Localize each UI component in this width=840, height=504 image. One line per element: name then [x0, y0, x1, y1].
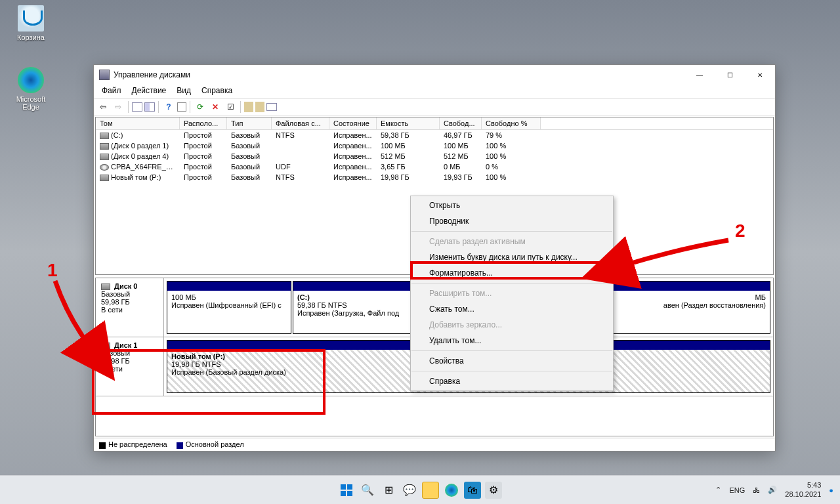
- context-menu: Открыть Проводник Сделать раздел активны…: [410, 196, 614, 391]
- ctx-mirror: Добавить зеркало...: [411, 317, 613, 333]
- explorer-button[interactable]: [422, 482, 439, 499]
- close-button[interactable]: ✕: [745, 65, 775, 85]
- tb-icon[interactable]: [177, 102, 186, 112]
- ctx-format[interactable]: Форматировать...: [411, 265, 613, 281]
- app-icon: [99, 70, 110, 80]
- svg-rect-1: [347, 484, 352, 490]
- annotation-arrow-2: [617, 236, 735, 278]
- recycle-icon: [18, 5, 44, 32]
- tb-icon[interactable]: [244, 102, 253, 112]
- tb-icon[interactable]: [144, 102, 155, 112]
- menu-view[interactable]: Вид: [171, 85, 196, 98]
- ctx-open[interactable]: Открыть: [411, 198, 613, 213]
- search-button[interactable]: 🔍: [359, 482, 376, 499]
- window-title: Управление дисками: [114, 70, 684, 79]
- edge-label: Microsoft Edge: [9, 95, 52, 111]
- col-volume[interactable]: Том: [96, 117, 180, 129]
- col-type[interactable]: Тип: [227, 117, 272, 129]
- svg-rect-0: [341, 484, 346, 490]
- chat-button[interactable]: 💬: [401, 482, 418, 499]
- tb-icon[interactable]: [132, 102, 142, 112]
- recycle-label: Корзина: [9, 33, 52, 41]
- tray-clock[interactable]: 5:43 28.10.2021: [785, 481, 821, 498]
- svg-rect-2: [341, 491, 346, 496]
- ctx-shrink[interactable]: Сжать том...: [411, 301, 613, 317]
- col-capacity[interactable]: Емкость: [377, 117, 440, 129]
- col-fs[interactable]: Файловая с...: [272, 117, 329, 129]
- forward-button[interactable]: ⇨: [112, 100, 125, 114]
- taskbar-tray: ⌃ ENG 🖧 🔊 5:43 28.10.2021 ●: [715, 481, 833, 498]
- menu-file[interactable]: Файл: [96, 85, 127, 98]
- minimize-button[interactable]: —: [684, 65, 715, 85]
- ctx-make-active: Сделать раздел активным: [411, 234, 613, 249]
- taskbar[interactable]: 🔍 ⊞ 💬 🛍 ⚙ ⌃ ENG 🖧 🔊 5:43 28.10.2021 ●: [0, 475, 840, 504]
- annotation-number-2: 2: [735, 220, 746, 242]
- refresh-icon[interactable]: ⟳: [194, 100, 207, 114]
- desktop-edge[interactable]: Microsoft Edge: [9, 67, 52, 111]
- ctx-extend: Расширить том...: [411, 285, 613, 301]
- diskmgmt-button[interactable]: ⚙: [485, 482, 502, 499]
- menu-help[interactable]: Справка: [196, 85, 238, 98]
- start-button[interactable]: [338, 482, 355, 499]
- volume-row[interactable]: CPBA_X64FRE_RU-...ПростойБазовыйUDFИспра…: [96, 161, 773, 172]
- tray-network-icon[interactable]: 🖧: [753, 486, 760, 494]
- legend: Не распределена Основной раздел: [94, 438, 775, 451]
- volume-row[interactable]: Новый том (P:)ПростойБазовыйNTFSИсправен…: [96, 172, 773, 182]
- delete-icon[interactable]: ✕: [209, 100, 222, 114]
- tray-lang[interactable]: ENG: [729, 486, 745, 494]
- volume-header: Том Располо... Тип Файловая с... Состоян…: [96, 117, 773, 130]
- volume-row[interactable]: (Диск 0 раздел 1)ПростойБазовыйИсправен.…: [96, 140, 773, 151]
- col-free[interactable]: Свобод...: [440, 117, 482, 129]
- maximize-button[interactable]: ☐: [715, 65, 745, 85]
- back-button[interactable]: ⇦: [96, 100, 110, 114]
- col-freepct[interactable]: Свободно %: [482, 117, 541, 129]
- disk0-partition-recovery[interactable]: МБавен (Раздел восстановления): [609, 281, 770, 334]
- titlebar[interactable]: Управление дисками — ☐ ✕: [94, 65, 775, 85]
- tb-icon[interactable]: [266, 103, 277, 111]
- ctx-change-letter[interactable]: Изменить букву диска или путь к диску...: [411, 249, 613, 265]
- volume-row[interactable]: (C:)ПростойБазовыйNTFSИсправен...59,38 Г…: [96, 130, 773, 140]
- edge-button[interactable]: [443, 482, 460, 499]
- tray-chevron[interactable]: ⌃: [715, 486, 721, 494]
- ctx-delete[interactable]: Удалить том...: [411, 333, 613, 348]
- svg-rect-3: [347, 491, 352, 496]
- taskbar-center: 🔍 ⊞ 💬 🛍 ⚙: [338, 482, 502, 499]
- annotation-arrow-1: [47, 276, 106, 357]
- ctx-props[interactable]: Свойства: [411, 353, 613, 369]
- toolbar: ⇦ ⇨ ? ⟳ ✕ ☑: [94, 98, 775, 116]
- menu-action[interactable]: Действие: [127, 85, 172, 98]
- tray-notifications-icon[interactable]: ●: [829, 486, 833, 494]
- ctx-help[interactable]: Справка: [411, 373, 613, 389]
- menubar: Файл Действие Вид Справка: [94, 85, 775, 98]
- col-layout[interactable]: Располо...: [180, 117, 227, 129]
- check-icon[interactable]: ☑: [224, 100, 237, 114]
- store-button[interactable]: 🛍: [464, 482, 481, 499]
- col-status[interactable]: Состояние: [329, 117, 377, 129]
- tb-icon[interactable]: [255, 102, 264, 112]
- disk0-partition-1[interactable]: 100 МБИсправен (Шифрованный (EFI) с: [167, 281, 291, 334]
- ctx-explorer[interactable]: Проводник: [411, 213, 613, 229]
- tray-volume-icon[interactable]: 🔊: [768, 486, 777, 494]
- edge-icon: [18, 67, 44, 93]
- volume-row[interactable]: (Диск 0 раздел 4)ПростойБазовыйИсправен.…: [96, 151, 773, 161]
- desktop-recycle-bin[interactable]: Корзина: [9, 5, 52, 41]
- taskview-button[interactable]: ⊞: [380, 482, 397, 499]
- help-icon[interactable]: ?: [162, 100, 175, 114]
